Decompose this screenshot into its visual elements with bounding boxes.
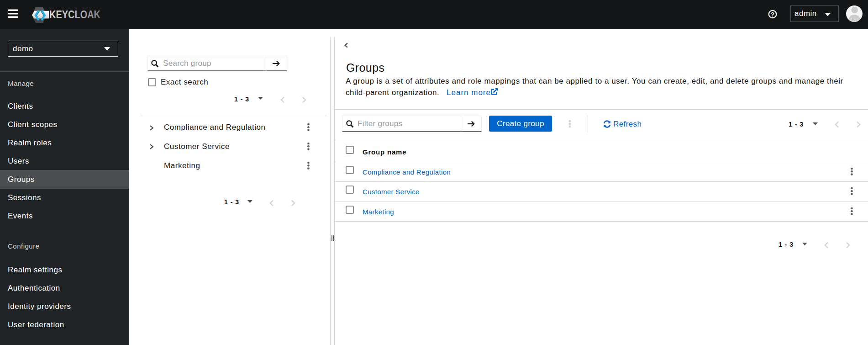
svg-text:?: ? [771, 11, 774, 18]
svg-text:KEYCLOAK: KEYCLOAK [49, 9, 100, 21]
